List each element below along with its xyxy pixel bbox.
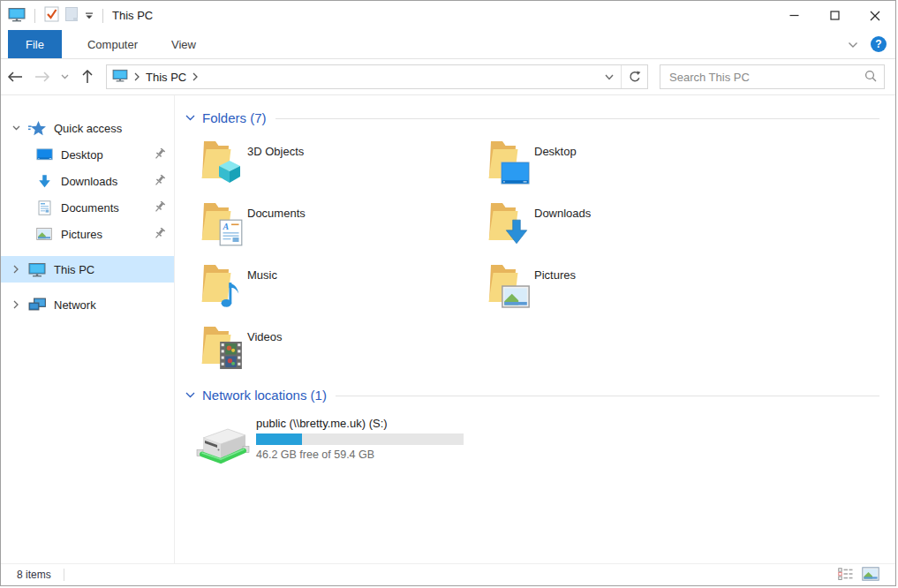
- chevron-right-icon[interactable]: [10, 300, 22, 309]
- downloads-icon: [34, 174, 54, 189]
- help-icon[interactable]: ?: [871, 36, 887, 52]
- expand-ribbon-icon[interactable]: [848, 38, 858, 51]
- sidebar-item-pictures[interactable]: Pictures: [1, 221, 174, 247]
- chevron-down-icon[interactable]: [185, 115, 195, 121]
- drive-usage-bar: [256, 433, 464, 445]
- sidebar-item-documents[interactable]: Documents: [1, 194, 174, 221]
- pin-icon[interactable]: [155, 175, 165, 190]
- this-pc-icon: [112, 69, 128, 85]
- titlebar-separator: [34, 9, 35, 23]
- quick-access-toolbar: [8, 6, 107, 25]
- chevron-right-icon[interactable]: [192, 71, 198, 84]
- chevron-right-icon[interactable]: [134, 71, 140, 84]
- status-separator: [64, 569, 64, 581]
- folder-tile-documents[interactable]: A Documents: [196, 200, 483, 261]
- desktop-screen-icon: [501, 162, 530, 187]
- desktop-icon: [34, 148, 54, 162]
- maximize-button[interactable]: [814, 1, 855, 30]
- up-button[interactable]: [73, 64, 101, 90]
- large-icons-view-icon[interactable]: [862, 567, 879, 584]
- sidebar-label[interactable]: This PC: [54, 263, 94, 276]
- pin-icon[interactable]: [155, 148, 165, 163]
- film-strip-icon: [219, 341, 243, 373]
- window-title: This PC: [112, 9, 153, 22]
- refresh-icon[interactable]: [621, 65, 647, 88]
- chevron-down-icon[interactable]: [10, 125, 22, 131]
- sidebar-label[interactable]: Downloads: [61, 175, 117, 188]
- close-button[interactable]: [855, 1, 895, 30]
- folder-name[interactable]: Pictures: [534, 268, 576, 282]
- folder-tile-videos[interactable]: Videos: [196, 323, 483, 385]
- sidebar-label[interactable]: Quick access: [54, 122, 122, 135]
- folder-name[interactable]: Downloads: [534, 207, 591, 220]
- sidebar-item-downloads[interactable]: Downloads: [1, 168, 174, 194]
- new-folder-icon[interactable]: [64, 6, 79, 25]
- address-bar[interactable]: This PC: [106, 64, 648, 89]
- folder-tile-pictures[interactable]: Pictures: [483, 261, 770, 323]
- folder-name[interactable]: Desktop: [534, 145, 577, 158]
- tab-file[interactable]: File: [8, 30, 62, 58]
- pin-icon[interactable]: [155, 228, 165, 243]
- items-view: Folders (7) 3D Objects: [175, 95, 895, 563]
- properties-icon[interactable]: [44, 6, 59, 25]
- folder-tile-3d-objects[interactable]: 3D Objects: [196, 138, 483, 200]
- folders-grid: 3D Objects Desktop: [196, 138, 887, 385]
- network-section-header: Network locations (1): [184, 385, 887, 404]
- section-title[interactable]: Folders (7): [202, 110, 267, 125]
- folder-tile-music[interactable]: Music: [196, 261, 483, 323]
- folder-name[interactable]: Videos: [247, 330, 283, 343]
- minimize-button[interactable]: [773, 1, 814, 30]
- sidebar-item-quick-access[interactable]: Quick access: [1, 115, 174, 141]
- details-view-icon[interactable]: [838, 568, 853, 583]
- quick-access-star-icon: [27, 120, 47, 136]
- recent-locations-icon[interactable]: [56, 64, 73, 90]
- customize-qat-icon[interactable]: [85, 9, 94, 22]
- drive-name[interactable]: public (\\bretty.me.uk) (S:): [256, 417, 464, 430]
- tab-view[interactable]: View: [155, 30, 213, 58]
- nav-buttons: [1, 64, 101, 90]
- photo-icon: [502, 285, 530, 311]
- titlebar-separator: [102, 9, 103, 23]
- breadcrumb: This PC: [107, 69, 598, 85]
- network-drive-icon: [196, 422, 253, 471]
- network-drive-tile[interactable]: public (\\bretty.me.uk) (S:) 46.2 GB fre…: [196, 417, 887, 471]
- section-rule: [336, 396, 879, 396]
- folder-name[interactable]: 3D Objects: [247, 145, 304, 158]
- tab-computer[interactable]: Computer: [71, 30, 155, 58]
- status-bar: 8 items: [1, 563, 895, 585]
- this-pc-icon: [27, 262, 47, 277]
- window-body: Quick access Desktop Downloads: [1, 95, 895, 563]
- document-page-icon: A: [219, 219, 243, 249]
- address-dropdown-icon[interactable]: [598, 65, 621, 88]
- folder-tile-desktop[interactable]: Desktop: [483, 138, 770, 200]
- search-icon[interactable]: [864, 70, 877, 85]
- network-icon: [27, 298, 47, 312]
- navigation-pane: Quick access Desktop Downloads: [1, 95, 175, 563]
- sidebar-label[interactable]: Desktop: [61, 148, 103, 162]
- ribbon-tab-bar: File Computer View ?: [1, 30, 895, 59]
- pin-icon[interactable]: [155, 201, 165, 216]
- forward-button[interactable]: [28, 64, 56, 90]
- sidebar-label[interactable]: Pictures: [61, 228, 102, 241]
- sidebar-item-this-pc[interactable]: This PC: [1, 256, 174, 283]
- titlebar[interactable]: This PC: [1, 1, 895, 30]
- view-toggle-buttons: [838, 567, 879, 584]
- chevron-down-icon[interactable]: [185, 392, 195, 398]
- sidebar-label[interactable]: Documents: [61, 201, 119, 215]
- sidebar-item-desktop[interactable]: Desktop: [1, 141, 174, 168]
- search-input[interactable]: [669, 71, 864, 84]
- folder-name[interactable]: Music: [247, 268, 277, 282]
- chevron-right-icon[interactable]: [10, 265, 22, 274]
- music-note-icon: [219, 279, 243, 311]
- sidebar-label[interactable]: Network: [54, 298, 96, 312]
- breadcrumb-this-pc[interactable]: This PC: [146, 71, 186, 84]
- search-box: [660, 64, 885, 89]
- documents-icon: [34, 200, 54, 215]
- folder-name[interactable]: Documents: [247, 207, 306, 220]
- section-title[interactable]: Network locations (1): [202, 388, 327, 403]
- this-pc-icon: [8, 7, 26, 25]
- drive-usage-fill: [256, 433, 302, 445]
- back-button[interactable]: [1, 64, 28, 90]
- sidebar-item-network[interactable]: Network: [1, 291, 174, 318]
- folder-tile-downloads[interactable]: Downloads: [483, 200, 770, 261]
